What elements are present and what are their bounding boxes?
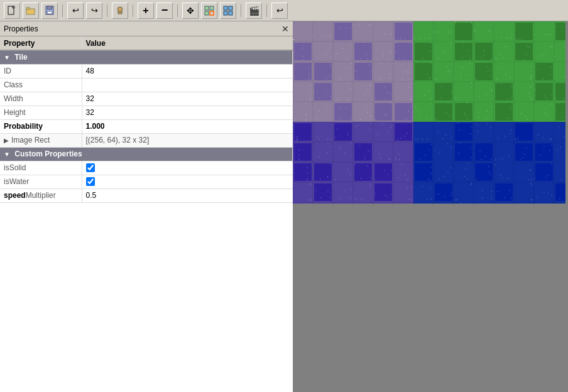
svg-rect-5 <box>47 11 52 14</box>
properties-title: Properties <box>4 24 38 33</box>
toolbar-separator-5 <box>241 4 241 17</box>
table-row[interactable]: ▶Image Rect [(256, 64), 32 x 32] <box>0 133 293 147</box>
prop-iswater-label: isWater <box>0 175 82 188</box>
prop-iswater-value[interactable] <box>82 175 293 188</box>
prop-speedmultiplier-value: 0.5 <box>82 188 293 202</box>
toolbar-separator-1 <box>62 4 63 17</box>
table-row: isSolid <box>0 161 293 175</box>
toolbar-separator-6 <box>266 4 267 17</box>
svg-rect-13 <box>229 6 232 10</box>
tileset-panel[interactable] <box>293 21 568 392</box>
prop-imagerect-label[interactable]: ▶Image Rect <box>0 133 82 147</box>
tile1-button[interactable] <box>201 3 217 19</box>
custom-section-label[interactable]: ▼ Custom Properties <box>0 147 293 161</box>
prop-width-label: Width <box>0 92 82 106</box>
svg-rect-9 <box>210 6 214 10</box>
move-button[interactable]: ✥ <box>182 3 199 19</box>
iswater-checkbox-cell <box>86 177 289 186</box>
main-area: Properties ✕ Property Value ▼ Tile <box>0 21 568 392</box>
column-value-header: Value <box>82 36 293 50</box>
iswater-checkbox[interactable] <box>86 177 95 186</box>
table-row: speedMultiplier 0.5 <box>0 188 293 202</box>
stamp-button[interactable] <box>112 3 128 19</box>
class-input[interactable] <box>86 80 289 89</box>
prop-class-value[interactable] <box>82 78 293 92</box>
svg-rect-7 <box>118 12 122 14</box>
table-row: isWater <box>0 175 293 188</box>
tile2-button[interactable] <box>220 3 236 19</box>
table-row: Width 32 <box>0 92 293 106</box>
toolbar-separator-4 <box>177 4 178 17</box>
prop-issolid-value[interactable] <box>82 161 293 175</box>
svg-point-6 <box>117 7 123 12</box>
redo-button[interactable]: ↪ <box>86 3 102 19</box>
prop-width-value: 32 <box>82 92 293 106</box>
remove-button[interactable]: − <box>156 3 173 19</box>
open-button[interactable] <box>23 3 39 19</box>
prop-imagerect-value: [(256, 64), 32 x 32] <box>82 133 293 147</box>
tile-collapse-arrow: ▼ <box>4 54 10 61</box>
toolbar-separator-2 <box>107 4 107 17</box>
properties-table: Property Value ▼ Tile ID 48 Cl <box>0 36 293 203</box>
custom-section-header[interactable]: ▼ Custom Properties <box>0 147 293 161</box>
replay-button[interactable]: ↩ <box>271 3 288 19</box>
issolid-checkbox-cell <box>86 163 289 172</box>
prop-probability-label: Probability <box>0 119 82 133</box>
tile-section-header[interactable]: ▼ Tile <box>0 50 293 64</box>
column-property-header: Property <box>0 36 82 50</box>
tileset-canvas[interactable] <box>293 21 565 207</box>
table-row: Height 32 <box>0 106 293 119</box>
svg-rect-11 <box>210 11 214 15</box>
table-row: Probability 1.000 <box>0 119 293 133</box>
add-button[interactable]: + <box>138 3 154 19</box>
svg-rect-14 <box>224 11 227 15</box>
custom-collapse-arrow: ▼ <box>4 151 10 158</box>
svg-rect-4 <box>47 6 52 9</box>
prop-probability-value: 1.000 <box>82 119 293 133</box>
issolid-checkbox[interactable] <box>86 163 95 172</box>
tile-section-label[interactable]: ▼ Tile <box>0 50 293 64</box>
prop-height-value: 32 <box>82 106 293 119</box>
svg-rect-8 <box>205 6 209 10</box>
video-button[interactable]: 🎬 <box>246 3 262 19</box>
svg-rect-15 <box>229 11 232 15</box>
toolbar: ↩ ↪ + − ✥ 🎬 ↩ <box>0 0 568 21</box>
close-button[interactable]: ✕ <box>281 24 289 33</box>
prop-issolid-label: isSolid <box>0 161 82 175</box>
undo-button[interactable]: ↩ <box>67 3 84 19</box>
svg-rect-10 <box>205 11 209 15</box>
table-header-row: Property Value <box>0 36 293 50</box>
table-row: ID 48 <box>0 64 293 78</box>
new-button[interactable] <box>4 3 20 19</box>
properties-panel: Properties ✕ Property Value ▼ Tile <box>0 21 293 392</box>
prop-height-label: Height <box>0 106 82 119</box>
prop-id-value: 48 <box>82 64 293 78</box>
imagerect-arrow: ▶ <box>4 137 9 144</box>
prop-speedmultiplier-label: speedMultiplier <box>0 188 82 202</box>
save-button[interactable] <box>41 3 58 19</box>
properties-panel-header: Properties ✕ <box>0 21 293 36</box>
prop-class-label: Class <box>0 78 82 92</box>
prop-id-label: ID <box>0 64 82 78</box>
svg-rect-2 <box>26 8 30 9</box>
properties-table-container: Property Value ▼ Tile ID 48 Cl <box>0 36 293 392</box>
toolbar-separator-3 <box>133 4 133 17</box>
svg-rect-12 <box>224 6 227 10</box>
table-row: Class <box>0 78 293 92</box>
